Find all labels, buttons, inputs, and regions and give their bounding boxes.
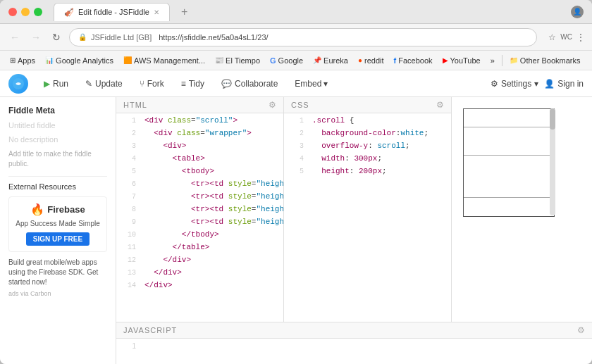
address-label: JSFiddle Ltd [GB] <box>91 33 152 42</box>
bookmark-analytics[interactable]: 📊 Google Analytics <box>41 55 118 66</box>
html-panel-header: HTML ⚙ <box>116 97 283 113</box>
external-resources-section: External Resources 🔥 Firebase App Succes… <box>8 176 107 297</box>
bookmark-el-tiempo[interactable]: 📰 El Tiempo <box>211 55 264 66</box>
settings-chevron-icon: ▾ <box>534 79 538 89</box>
preview-scroll-box <box>463 108 555 217</box>
tab-favicon: 🎻 <box>64 8 74 17</box>
bookmark-star-icon[interactable]: ☆ <box>548 32 556 42</box>
new-tab-button[interactable]: + <box>178 6 190 18</box>
eureka-icon: 📌 <box>313 56 321 64</box>
update-button[interactable]: ✎ Update <box>78 76 130 92</box>
code-line: 4 width: 300px; <box>284 154 451 167</box>
js-code-area[interactable]: 1 <box>116 339 592 364</box>
run-button[interactable]: ▶ Run <box>37 76 75 92</box>
code-line: 4 <table> <box>116 154 283 167</box>
folder-icon: 📁 <box>510 56 518 64</box>
bookmark-youtube[interactable]: ▶ YouTube <box>438 55 485 66</box>
firebase-signup-button[interactable]: SIGN UP FREE <box>26 232 90 246</box>
user-avatar[interactable]: 👤 <box>571 6 584 18</box>
forward-button[interactable]: → <box>28 30 44 44</box>
html-settings-icon[interactable]: ⚙ <box>269 100 276 110</box>
fork-label: Fork <box>147 79 164 89</box>
ext-resources-title: External Resources <box>8 182 107 191</box>
bookmark-google[interactable]: G Google <box>266 55 307 66</box>
firebase-brand-name: Firebase <box>47 204 85 215</box>
html-code-area[interactable]: 1 <div class="scroll"> 2 <div class="wra… <box>116 113 283 322</box>
js-line-1: 1 <box>116 341 592 354</box>
tidy-button[interactable]: ≡ Tidy <box>174 76 211 92</box>
sidebar-title: Fiddle Meta <box>8 106 107 115</box>
collaborate-icon: 💬 <box>221 79 232 89</box>
browser-menu-icon[interactable]: ⋮ <box>576 32 585 42</box>
bookmark-aws[interactable]: 🟧 AWS Management... <box>119 55 209 66</box>
bookmark-other-label: Other Bookmarks <box>520 56 581 65</box>
bookmark-other[interactable]: 📁 Other Bookmarks <box>505 55 585 66</box>
address-input[interactable]: 🔒 JSFiddle Ltd [GB] https://jsfiddle.net… <box>69 28 537 46</box>
ads-via-label: ads via Carbon <box>8 290 107 297</box>
preview-scrollbar-thumb <box>550 108 555 130</box>
preview-row-2 <box>464 127 554 156</box>
css-panel: CSS ⚙ 1 .scroll { 2 background-color:whi… <box>284 97 451 322</box>
extensions-icon[interactable]: WC <box>560 33 572 41</box>
preview-row-3 <box>464 156 554 198</box>
embed-label: Embed <box>295 79 321 89</box>
code-line: 13 </div> <box>116 268 283 281</box>
css-panel-header: CSS ⚙ <box>284 97 451 113</box>
fiddle-desc-field[interactable]: No description <box>8 135 107 144</box>
jsfiddle-toolbar: ▶ Run ✎ Update ⑂ Fork ≡ Tidy 💬 Collabora… <box>0 70 592 97</box>
embed-button[interactable]: Embed ▾ <box>288 76 335 92</box>
bookmark-eureka[interactable]: 📌 Eureka <box>309 55 352 66</box>
bookmark-separator <box>502 55 502 66</box>
settings-label: Settings <box>501 79 531 89</box>
address-bar-actions: ☆ WC ⋮ <box>548 32 585 42</box>
collaborate-label: Collaborate <box>235 79 278 89</box>
address-text: https://jsfiddle.net/5a0a4sL1/23/ <box>159 33 268 42</box>
update-icon: ✎ <box>85 79 92 89</box>
bookmark-eureka-label: Eureka <box>323 56 348 65</box>
bookmark-apps-label: Apps <box>18 56 35 65</box>
css-code-area[interactable]: 1 .scroll { 2 background-color:white; 3 … <box>284 113 451 322</box>
preview-panel <box>451 97 592 322</box>
code-line: 2 background-color:white; <box>284 129 451 142</box>
fork-button[interactable]: ⑂ Fork <box>132 76 171 92</box>
bookmark-el-tiempo-label: El Tiempo <box>226 56 260 65</box>
editors-area: HTML ⚙ 1 <div class="scroll"> 2 <div cla… <box>116 97 592 364</box>
bookmark-aws-label: AWS Management... <box>134 56 205 65</box>
bookmark-reddit[interactable]: ● reddit <box>354 55 388 66</box>
aws-icon: 🟧 <box>123 56 132 64</box>
css-settings-icon[interactable]: ⚙ <box>436 100 444 110</box>
fiddle-title-value: Untitled fiddle <box>8 121 107 130</box>
bookmark-more[interactable]: » <box>486 55 499 66</box>
code-line: 1 <div class="scroll"> <box>116 116 283 129</box>
back-button[interactable]: ← <box>7 30 23 44</box>
close-button[interactable] <box>8 8 17 16</box>
minimize-button[interactable] <box>21 8 30 16</box>
main-content: Fiddle Meta Untitled fiddle No descripti… <box>0 97 592 364</box>
settings-button[interactable]: ⚙ Settings ▾ <box>491 79 538 89</box>
html-panel: HTML ⚙ 1 <div class="scroll"> 2 <div cla… <box>116 97 284 322</box>
refresh-button[interactable]: ↻ <box>49 30 63 44</box>
maximize-button[interactable] <box>34 8 42 16</box>
analytics-icon: 📊 <box>45 56 54 64</box>
browser-tab[interactable]: 🎻 Edit fiddle - JSFiddle ✕ <box>54 3 170 21</box>
firebase-logo: 🔥 Firebase <box>15 203 101 216</box>
preview-content <box>452 97 592 322</box>
collaborate-button[interactable]: 💬 Collaborate <box>214 76 285 92</box>
signin-user-icon: 👤 <box>544 79 555 89</box>
title-bar: 🎻 Edit fiddle - JSFiddle ✕ + 👤 <box>0 0 592 24</box>
code-line: 12 </div> <box>116 256 283 268</box>
google-icon: G <box>270 56 276 65</box>
js-settings-icon[interactable]: ⚙ <box>577 325 585 335</box>
code-line: 10 </tbody> <box>116 230 283 243</box>
signin-button[interactable]: 👤 Sign in <box>544 79 584 89</box>
preview-row-1 <box>464 109 554 127</box>
bookmark-facebook[interactable]: f Facebook <box>390 55 437 66</box>
bookmark-youtube-label: YouTube <box>450 56 481 65</box>
preview-row-4 <box>464 198 554 216</box>
run-play-icon: ▶ <box>44 79 50 89</box>
js-panel-header: JAVASCRIPT ⚙ <box>116 322 592 339</box>
bookmark-apps[interactable]: ⊞ Apps <box>6 55 39 66</box>
code-line: 3 overflow-y: scroll; <box>284 142 451 154</box>
tab-close-button[interactable]: ✕ <box>154 8 159 16</box>
fiddle-title-field[interactable]: Untitled fiddle <box>8 121 107 130</box>
